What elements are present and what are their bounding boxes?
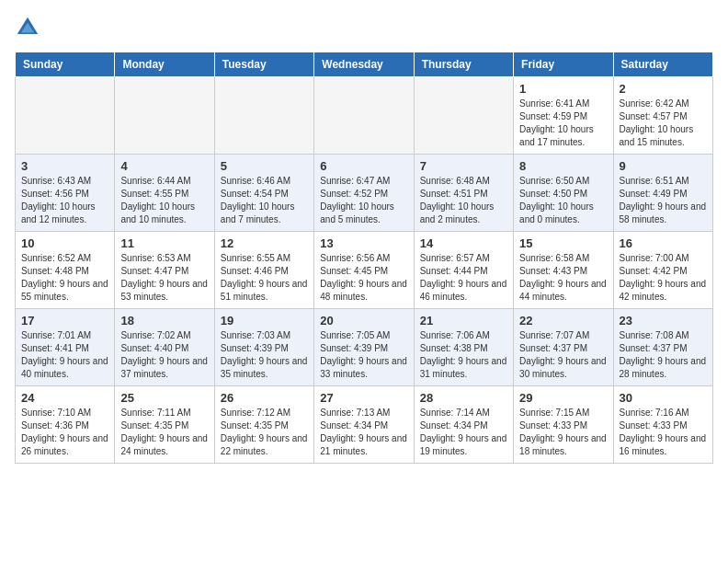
day-info: Sunrise: 6:48 AM Sunset: 4:51 PM Dayligh… bbox=[420, 175, 507, 226]
day-info: Sunrise: 6:56 AM Sunset: 4:45 PM Dayligh… bbox=[320, 252, 407, 304]
calendar-cell: 3Sunrise: 6:43 AM Sunset: 4:56 PM Daylig… bbox=[16, 155, 115, 232]
day-info: Sunrise: 7:14 AM Sunset: 4:34 PM Dayligh… bbox=[420, 407, 507, 458]
day-number: 11 bbox=[120, 236, 208, 250]
day-number: 20 bbox=[320, 314, 407, 327]
day-info: Sunrise: 7:03 AM Sunset: 4:39 PM Dayligh… bbox=[221, 329, 308, 381]
day-number: 9 bbox=[620, 159, 707, 173]
weekday-header: Monday bbox=[115, 52, 214, 77]
calendar-cell: 29Sunrise: 7:15 AM Sunset: 4:33 PM Dayli… bbox=[514, 386, 613, 464]
day-info: Sunrise: 7:02 AM Sunset: 4:40 PM Dayligh… bbox=[120, 329, 208, 381]
calendar-cell: 16Sunrise: 7:00 AM Sunset: 4:42 PM Dayli… bbox=[613, 232, 712, 309]
day-info: Sunrise: 6:57 AM Sunset: 4:44 PM Dayligh… bbox=[420, 252, 507, 304]
calendar-cell: 9Sunrise: 6:51 AM Sunset: 4:49 PM Daylig… bbox=[613, 155, 712, 232]
day-number: 26 bbox=[221, 391, 308, 405]
calendar-cell: 15Sunrise: 6:58 AM Sunset: 4:43 PM Dayli… bbox=[514, 232, 613, 309]
calendar-cell: 17Sunrise: 7:01 AM Sunset: 4:41 PM Dayli… bbox=[16, 309, 115, 386]
calendar-cell: 18Sunrise: 7:02 AM Sunset: 4:40 PM Dayli… bbox=[115, 309, 214, 386]
day-number: 8 bbox=[519, 159, 607, 173]
calendar: SundayMondayTuesdayWednesdayThursdayFrid… bbox=[15, 52, 713, 464]
calendar-cell: 6Sunrise: 6:47 AM Sunset: 4:52 PM Daylig… bbox=[314, 155, 414, 232]
calendar-cell: 14Sunrise: 6:57 AM Sunset: 4:44 PM Dayli… bbox=[414, 232, 513, 309]
day-number: 23 bbox=[620, 314, 707, 327]
day-number: 13 bbox=[320, 236, 407, 250]
calendar-cell bbox=[414, 77, 513, 155]
day-info: Sunrise: 7:16 AM Sunset: 4:33 PM Dayligh… bbox=[620, 407, 707, 458]
day-number: 24 bbox=[21, 391, 108, 405]
weekday-header: Friday bbox=[514, 52, 613, 77]
day-number: 2 bbox=[620, 82, 707, 96]
day-info: Sunrise: 7:05 AM Sunset: 4:39 PM Dayligh… bbox=[320, 329, 407, 381]
calendar-cell: 22Sunrise: 7:07 AM Sunset: 4:37 PM Dayli… bbox=[514, 309, 613, 386]
day-info: Sunrise: 6:46 AM Sunset: 4:54 PM Dayligh… bbox=[221, 175, 308, 226]
weekday-header: Wednesday bbox=[314, 52, 414, 77]
day-info: Sunrise: 6:53 AM Sunset: 4:47 PM Dayligh… bbox=[120, 252, 208, 304]
day-number: 1 bbox=[519, 82, 607, 96]
calendar-cell: 11Sunrise: 6:53 AM Sunset: 4:47 PM Dayli… bbox=[115, 232, 214, 309]
day-number: 6 bbox=[320, 159, 407, 173]
calendar-cell: 12Sunrise: 6:55 AM Sunset: 4:46 PM Dayli… bbox=[214, 232, 313, 309]
day-info: Sunrise: 7:06 AM Sunset: 4:38 PM Dayligh… bbox=[420, 329, 507, 381]
day-number: 3 bbox=[21, 159, 108, 173]
calendar-cell bbox=[16, 77, 115, 155]
weekday-header: Thursday bbox=[414, 52, 513, 77]
day-info: Sunrise: 7:10 AM Sunset: 4:36 PM Dayligh… bbox=[21, 407, 108, 458]
logo-icon bbox=[15, 15, 40, 40]
logo bbox=[15, 15, 44, 40]
calendar-cell: 7Sunrise: 6:48 AM Sunset: 4:51 PM Daylig… bbox=[414, 155, 513, 232]
day-number: 22 bbox=[519, 314, 607, 327]
calendar-cell: 19Sunrise: 7:03 AM Sunset: 4:39 PM Dayli… bbox=[214, 309, 313, 386]
day-info: Sunrise: 7:13 AM Sunset: 4:34 PM Dayligh… bbox=[320, 407, 407, 458]
day-number: 19 bbox=[221, 314, 308, 327]
calendar-cell: 4Sunrise: 6:44 AM Sunset: 4:55 PM Daylig… bbox=[115, 155, 214, 232]
day-info: Sunrise: 7:15 AM Sunset: 4:33 PM Dayligh… bbox=[519, 407, 607, 458]
calendar-cell: 24Sunrise: 7:10 AM Sunset: 4:36 PM Dayli… bbox=[16, 386, 115, 464]
calendar-cell: 25Sunrise: 7:11 AM Sunset: 4:35 PM Dayli… bbox=[115, 386, 214, 464]
calendar-cell bbox=[214, 77, 313, 155]
day-number: 4 bbox=[120, 159, 208, 173]
weekday-header: Tuesday bbox=[214, 52, 313, 77]
day-info: Sunrise: 6:47 AM Sunset: 4:52 PM Dayligh… bbox=[320, 175, 407, 226]
day-info: Sunrise: 7:01 AM Sunset: 4:41 PM Dayligh… bbox=[21, 329, 108, 381]
day-info: Sunrise: 6:42 AM Sunset: 4:57 PM Dayligh… bbox=[620, 98, 707, 149]
day-number: 29 bbox=[519, 391, 607, 405]
day-number: 12 bbox=[221, 236, 308, 250]
day-number: 25 bbox=[120, 391, 208, 405]
calendar-cell: 10Sunrise: 6:52 AM Sunset: 4:48 PM Dayli… bbox=[16, 232, 115, 309]
day-info: Sunrise: 6:52 AM Sunset: 4:48 PM Dayligh… bbox=[21, 252, 108, 304]
day-info: Sunrise: 6:44 AM Sunset: 4:55 PM Dayligh… bbox=[120, 175, 208, 226]
calendar-cell: 1Sunrise: 6:41 AM Sunset: 4:59 PM Daylig… bbox=[514, 77, 613, 155]
day-number: 27 bbox=[320, 391, 407, 405]
weekday-header: Sunday bbox=[16, 52, 115, 77]
calendar-cell: 28Sunrise: 7:14 AM Sunset: 4:34 PM Dayli… bbox=[414, 386, 513, 464]
day-info: Sunrise: 6:51 AM Sunset: 4:49 PM Dayligh… bbox=[620, 175, 707, 226]
calendar-cell: 30Sunrise: 7:16 AM Sunset: 4:33 PM Dayli… bbox=[613, 386, 712, 464]
day-info: Sunrise: 6:43 AM Sunset: 4:56 PM Dayligh… bbox=[21, 175, 108, 226]
day-number: 14 bbox=[420, 236, 507, 250]
page-header bbox=[15, 15, 713, 40]
calendar-cell bbox=[314, 77, 414, 155]
calendar-cell: 26Sunrise: 7:12 AM Sunset: 4:35 PM Dayli… bbox=[214, 386, 313, 464]
day-info: Sunrise: 6:50 AM Sunset: 4:50 PM Dayligh… bbox=[519, 175, 607, 226]
day-info: Sunrise: 7:08 AM Sunset: 4:37 PM Dayligh… bbox=[620, 329, 707, 381]
calendar-cell: 5Sunrise: 6:46 AM Sunset: 4:54 PM Daylig… bbox=[214, 155, 313, 232]
day-number: 21 bbox=[420, 314, 507, 327]
day-number: 10 bbox=[21, 236, 108, 250]
day-info: Sunrise: 7:11 AM Sunset: 4:35 PM Dayligh… bbox=[120, 407, 208, 458]
day-info: Sunrise: 6:41 AM Sunset: 4:59 PM Dayligh… bbox=[519, 98, 607, 149]
calendar-cell: 2Sunrise: 6:42 AM Sunset: 4:57 PM Daylig… bbox=[613, 77, 712, 155]
day-number: 7 bbox=[420, 159, 507, 173]
day-info: Sunrise: 7:00 AM Sunset: 4:42 PM Dayligh… bbox=[620, 252, 707, 304]
day-info: Sunrise: 7:07 AM Sunset: 4:37 PM Dayligh… bbox=[519, 329, 607, 381]
day-info: Sunrise: 6:58 AM Sunset: 4:43 PM Dayligh… bbox=[519, 252, 607, 304]
day-number: 28 bbox=[420, 391, 507, 405]
weekday-header: Saturday bbox=[613, 52, 712, 77]
day-number: 30 bbox=[620, 391, 707, 405]
day-number: 5 bbox=[221, 159, 308, 173]
calendar-cell: 23Sunrise: 7:08 AM Sunset: 4:37 PM Dayli… bbox=[613, 309, 712, 386]
calendar-cell: 13Sunrise: 6:56 AM Sunset: 4:45 PM Dayli… bbox=[314, 232, 414, 309]
day-number: 15 bbox=[519, 236, 607, 250]
day-number: 16 bbox=[620, 236, 707, 250]
calendar-cell: 27Sunrise: 7:13 AM Sunset: 4:34 PM Dayli… bbox=[314, 386, 414, 464]
calendar-cell: 20Sunrise: 7:05 AM Sunset: 4:39 PM Dayli… bbox=[314, 309, 414, 386]
day-number: 17 bbox=[21, 314, 108, 327]
